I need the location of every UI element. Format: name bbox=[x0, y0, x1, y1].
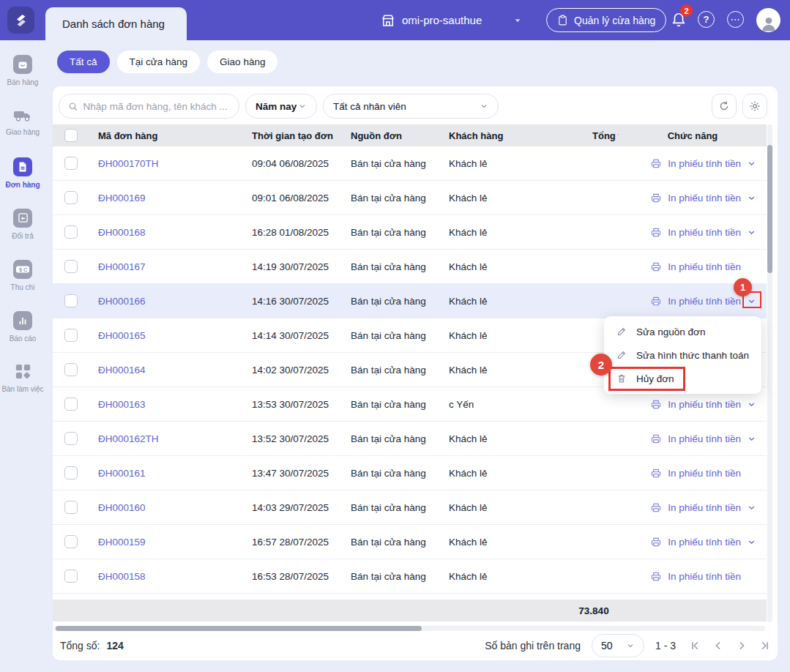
order-customer: Khách lẻ bbox=[440, 330, 569, 341]
table-row[interactable]: ĐH000159 16:57 28/07/2025 Bán tại cửa hà… bbox=[53, 525, 767, 559]
row-checkbox[interactable] bbox=[64, 363, 78, 376]
order-source: Bán tại cửa hàng bbox=[342, 365, 440, 376]
order-id-link[interactable]: ĐH000170TH bbox=[98, 158, 159, 169]
chevron-down-icon[interactable] bbox=[747, 193, 756, 203]
first-page-button[interactable] bbox=[690, 641, 700, 651]
print-invoice-button[interactable]: In phiếu tính tiền bbox=[650, 261, 756, 272]
row-checkbox[interactable] bbox=[64, 570, 78, 583]
table-row[interactable]: ĐH000170TH 09:04 06/08/2025 Bán tại cửa … bbox=[53, 146, 767, 181]
order-id-link[interactable]: ĐH000159 bbox=[98, 537, 146, 548]
filter-pill-at-store[interactable]: Tại cửa hàng bbox=[117, 51, 201, 73]
table-row[interactable]: ĐH000167 14:19 30/07/2025 Bán tại cửa hà… bbox=[53, 250, 767, 284]
sidebar-item-ban-lam-viec[interactable]: Bàn làm việc bbox=[0, 352, 45, 403]
order-id-link[interactable]: ĐH000162TH bbox=[98, 433, 159, 444]
time-filter-select[interactable]: Năm nay bbox=[245, 94, 317, 119]
row-checkbox[interactable] bbox=[64, 260, 78, 273]
row-checkbox[interactable] bbox=[64, 225, 78, 239]
print-invoice-button[interactable]: In phiếu tính tiền bbox=[650, 399, 756, 410]
column-source: Nguồn đơn bbox=[342, 130, 440, 141]
print-invoice-button[interactable]: In phiếu tính tiền bbox=[650, 502, 756, 513]
order-time: 14:19 30/07/2025 bbox=[243, 261, 342, 272]
help-icon[interactable]: ? bbox=[698, 11, 715, 28]
row-checkbox[interactable] bbox=[64, 191, 78, 204]
user-avatar[interactable] bbox=[756, 8, 780, 32]
order-list-app: Danh sách đơn hàng omi-pro-sauthue Quản … bbox=[0, 0, 790, 672]
chevron-down-icon[interactable] bbox=[747, 400, 756, 409]
last-page-button[interactable] bbox=[760, 641, 770, 651]
sidebar-item-don-hang[interactable]: Đơn hàng bbox=[0, 147, 45, 198]
order-id-link[interactable]: ĐH000166 bbox=[98, 296, 146, 307]
prev-page-button[interactable] bbox=[713, 641, 723, 651]
staff-filter-select[interactable]: Tất cả nhân viên bbox=[323, 94, 499, 119]
select-all-checkbox[interactable] bbox=[64, 129, 78, 142]
print-invoice-button[interactable]: In phiếu tính tiền bbox=[650, 193, 756, 204]
store-selector[interactable]: omi-pro-sauthue bbox=[381, 0, 522, 40]
order-id-link[interactable]: ĐH000169 bbox=[98, 193, 146, 204]
refresh-button[interactable] bbox=[712, 94, 737, 119]
search-box[interactable] bbox=[59, 94, 239, 119]
print-invoice-button[interactable]: In phiếu tính tiền bbox=[650, 227, 756, 238]
order-id-link[interactable]: ĐH000168 bbox=[98, 227, 146, 238]
print-invoice-button[interactable]: In phiếu tính tiền bbox=[650, 537, 756, 548]
order-id-link[interactable]: ĐH000167 bbox=[98, 261, 146, 272]
printer-icon bbox=[650, 399, 662, 410]
filter-pill-delivery[interactable]: Giao hàng bbox=[207, 51, 277, 73]
chevron-down-icon[interactable] bbox=[747, 537, 756, 547]
table-row[interactable]: ĐH000166 14:16 30/07/2025 Bán tại cửa hà… bbox=[53, 284, 767, 318]
order-customer: Khách lẻ bbox=[440, 571, 569, 582]
row-checkbox[interactable] bbox=[64, 466, 78, 479]
menu-item-edit-payment[interactable]: Sửa hình thức thanh toán bbox=[604, 343, 761, 367]
order-id-link[interactable]: ĐH000158 bbox=[98, 571, 146, 582]
chevron-down-icon[interactable] bbox=[747, 503, 756, 512]
table-settings-button[interactable] bbox=[742, 94, 767, 119]
next-page-button[interactable] bbox=[737, 641, 747, 651]
chevron-down-icon[interactable] bbox=[513, 16, 522, 25]
table-header: Mã đơn hàng Thời gian tạo đơn Nguồn đơn … bbox=[53, 124, 767, 146]
sidebar-item-doi-tra[interactable]: Đổi trả bbox=[0, 198, 45, 250]
row-checkbox[interactable] bbox=[64, 294, 78, 307]
row-checkbox[interactable] bbox=[64, 397, 78, 411]
search-input[interactable] bbox=[83, 101, 230, 112]
order-id-link[interactable]: ĐH000161 bbox=[98, 468, 146, 479]
order-source: Bán tại cửa hàng bbox=[342, 433, 440, 444]
table-row[interactable]: ĐH000161 13:47 30/07/2025 Bán tại cửa hà… bbox=[53, 456, 767, 490]
sidebar-item-bao-cao[interactable]: Báo cáo bbox=[0, 301, 45, 352]
chevron-down-icon[interactable] bbox=[747, 434, 756, 444]
print-invoice-button[interactable]: In phiếu tính tiền bbox=[650, 433, 756, 444]
chevron-down-icon[interactable] bbox=[747, 228, 756, 237]
print-invoice-button[interactable]: In phiếu tính tiền bbox=[650, 296, 756, 307]
row-checkbox[interactable] bbox=[64, 157, 78, 170]
tab-order-list[interactable]: Danh sách đơn hàng bbox=[45, 7, 187, 40]
order-source: Bán tại cửa hàng bbox=[342, 296, 440, 307]
order-id-link[interactable]: ĐH000160 bbox=[98, 502, 146, 513]
more-options-icon[interactable]: ⋯ bbox=[727, 11, 744, 28]
table-row[interactable]: ĐH000160 14:03 29/07/2025 Bán tại cửa hà… bbox=[53, 490, 767, 525]
sidebar-item-ban-hang[interactable]: Bán hàng bbox=[0, 45, 45, 96]
print-invoice-button[interactable]: In phiếu tính tiền bbox=[650, 158, 756, 169]
menu-item-edit-source[interactable]: Sửa nguồn đơn bbox=[604, 320, 761, 343]
page-size-select[interactable]: 50 bbox=[592, 634, 644, 657]
print-invoice-button[interactable]: In phiếu tính tiền bbox=[650, 571, 756, 582]
order-time: 16:53 28/07/2025 bbox=[243, 571, 342, 582]
sidebar-item-thu-chi[interactable]: $ C Thu chi bbox=[0, 250, 45, 301]
manage-store-button[interactable]: Quản lý cửa hàng bbox=[546, 8, 666, 32]
order-id-link[interactable]: ĐH000163 bbox=[98, 399, 146, 410]
sidebar-label: Thu chi bbox=[11, 283, 35, 291]
order-customer: Khách lẻ bbox=[440, 433, 569, 444]
table-row[interactable]: ĐH000169 09:01 06/08/2025 Bán tại cửa hà… bbox=[53, 181, 767, 215]
row-checkbox[interactable] bbox=[64, 432, 78, 445]
table-row[interactable]: ĐH000158 16:53 28/07/2025 Bán tại cửa hà… bbox=[53, 559, 767, 594]
row-checkbox[interactable] bbox=[64, 501, 78, 514]
chevron-down-icon[interactable] bbox=[747, 159, 756, 168]
order-id-link[interactable]: ĐH000164 bbox=[98, 365, 146, 376]
vertical-scrollbar-thumb[interactable] bbox=[767, 145, 772, 273]
table-row[interactable]: ĐH000168 16:28 01/08/2025 Bán tại cửa hà… bbox=[53, 215, 767, 250]
row-checkbox[interactable] bbox=[64, 535, 78, 548]
horizontal-scrollbar-thumb[interactable] bbox=[56, 626, 422, 631]
sidebar-item-giao-hang[interactable]: Giao hàng bbox=[0, 96, 45, 147]
order-id-link[interactable]: ĐH000165 bbox=[98, 330, 146, 341]
print-invoice-button[interactable]: In phiếu tính tiền bbox=[650, 468, 756, 479]
table-row[interactable]: ĐH000162TH 13:52 30/07/2025 Bán tại cửa … bbox=[53, 422, 767, 456]
filter-pill-all[interactable]: Tất cả bbox=[57, 51, 110, 73]
row-checkbox[interactable] bbox=[64, 329, 78, 342]
